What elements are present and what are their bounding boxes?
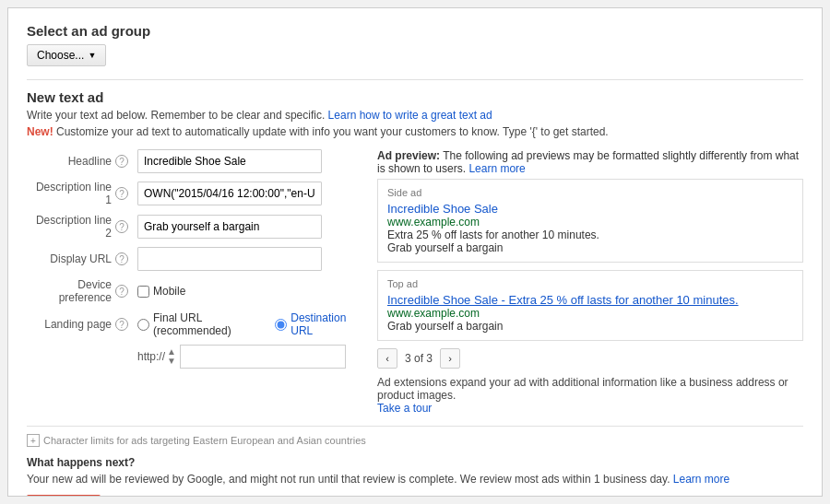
top-ad-headline[interactable]: Incredible Shoe Sale - Extra 25 % off la… xyxy=(387,293,793,307)
desc1-input[interactable] xyxy=(137,182,322,205)
desc2-help-icon[interactable]: ? xyxy=(115,220,128,233)
new-badge: New! xyxy=(27,125,53,138)
select-ad-group-title: Select an ad group xyxy=(27,23,803,39)
side-ad-url: www.example.com xyxy=(387,216,793,229)
device-label: Device preference ? xyxy=(27,278,137,304)
preview-learn-more-link[interactable]: Learn more xyxy=(468,162,525,175)
expand-icon[interactable]: + xyxy=(27,434,40,447)
learn-how-link[interactable]: Learn how to write a great text ad xyxy=(328,109,492,122)
side-ad-desc1: Extra 25 % off lasts for another 10 minu… xyxy=(387,229,793,241)
new-text-ad-title: New text ad xyxy=(27,89,803,105)
mobile-checkbox-label[interactable]: Mobile xyxy=(137,285,185,298)
what-happens-desc: Your new ad will be reviewed by Google, … xyxy=(27,473,803,486)
customize-text: New! Customize your ad text to automatic… xyxy=(27,125,803,138)
top-ad-label: Top ad xyxy=(387,278,793,289)
desc1-label: Description line 1 ? xyxy=(27,181,137,206)
side-ad-headline: Incredible Shoe Sale xyxy=(387,202,793,216)
choose-dropdown-button[interactable]: Choose... xyxy=(27,44,106,66)
display-url-row: Display URL ? xyxy=(27,247,359,271)
save-ad-button[interactable]: Save ad xyxy=(27,495,101,496)
side-ad-label: Side ad xyxy=(387,187,793,198)
final-url-label[interactable]: Final URL (recommended) xyxy=(137,311,264,337)
divider xyxy=(27,79,803,80)
url-scheme: http:// ▲ ▼ xyxy=(137,347,176,366)
top-ad-url: www.example.com xyxy=(387,307,793,320)
desc2-input[interactable] xyxy=(137,215,322,239)
url-input[interactable] xyxy=(180,345,346,369)
headline-row: Headline ? xyxy=(27,149,359,173)
display-url-help-icon[interactable]: ? xyxy=(115,252,128,265)
take-a-tour-link[interactable]: Take a tour xyxy=(377,402,432,415)
headline-help-icon[interactable]: ? xyxy=(115,155,128,168)
next-arrow[interactable]: › xyxy=(440,348,460,369)
nav-count: 3 of 3 xyxy=(405,352,433,365)
desc1-row: Description line 1 ? xyxy=(27,181,359,206)
display-url-input[interactable] xyxy=(137,247,322,271)
button-row: Save ad Cancel xyxy=(27,495,803,496)
mobile-checkbox[interactable] xyxy=(137,286,149,298)
url-input-row: http:// ▲ ▼ xyxy=(137,345,359,369)
what-happens-learn-more-link[interactable]: Learn more xyxy=(673,473,729,486)
top-ad-box: Top ad Incredible Shoe Sale - Extra 25 %… xyxy=(377,270,803,341)
landing-help-icon[interactable]: ? xyxy=(115,318,128,331)
destination-url-radio[interactable] xyxy=(275,319,287,331)
headline-label: Headline ? xyxy=(27,155,137,168)
landing-radio-group: Final URL (recommended) Destination URL xyxy=(137,311,359,337)
side-ad-box: Side ad Incredible Shoe Sale www.example… xyxy=(377,179,803,263)
headline-input[interactable] xyxy=(137,149,322,173)
what-happens-title: What happens next? xyxy=(27,456,803,469)
char-limits-row: + Character limits for ads targeting Eas… xyxy=(27,434,803,447)
desc2-label: Description line 2 ? xyxy=(27,214,137,240)
device-preference-row: Device preference ? Mobile xyxy=(27,278,359,304)
desc2-row: Description line 2 ? xyxy=(27,214,359,240)
final-url-radio[interactable] xyxy=(137,319,149,331)
url-scheme-arrows[interactable]: ▲ ▼ xyxy=(167,347,176,366)
prev-arrow[interactable]: ‹ xyxy=(377,348,397,369)
destination-url-label[interactable]: Destination URL xyxy=(275,311,359,337)
landing-page-row: Landing page ? Final URL (recommended) D… xyxy=(27,311,359,337)
ad-preview-title: Ad preview: The following ad previews ma… xyxy=(377,149,803,175)
side-ad-desc2: Grab yourself a bargain xyxy=(387,241,793,254)
ad-extensions-text: Ad extensions expand your ad with additi… xyxy=(377,376,803,415)
display-url-label: Display URL ? xyxy=(27,252,137,265)
top-ad-desc: Grab yourself a bargain xyxy=(387,320,793,333)
subtitle-text: Write your text ad below. Remember to be… xyxy=(27,109,803,122)
preview-nav-row: ‹ 3 of 3 › xyxy=(377,348,803,369)
desc1-help-icon[interactable]: ? xyxy=(115,187,128,200)
device-help-icon[interactable]: ? xyxy=(115,285,128,298)
landing-label: Landing page ? xyxy=(27,318,137,331)
